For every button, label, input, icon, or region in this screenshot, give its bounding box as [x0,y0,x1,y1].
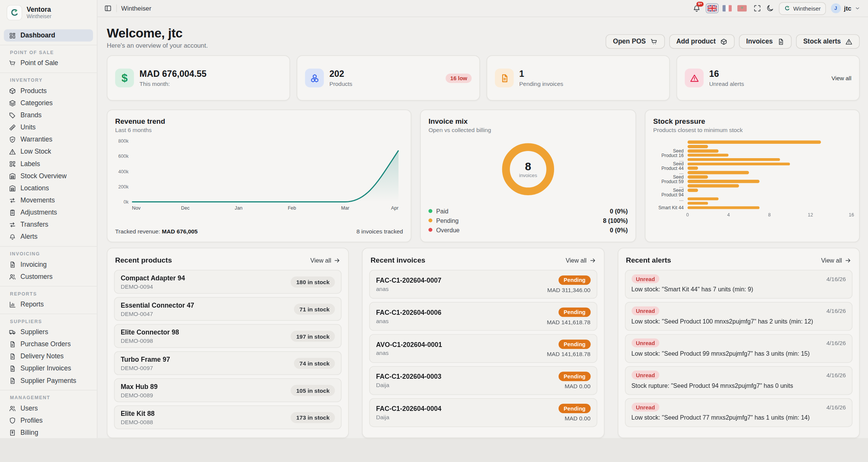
recent-alerts-title: Recent alerts [626,256,671,264]
product-row[interactable]: Essential Connector 47DEMO-004771 in sto… [114,297,342,321]
recent-products-title: Recent products [115,256,172,264]
invoice-mix-legend: Paid0 (0%)Pending8 (100%)Overdue0 (0%) [428,206,628,235]
alert-row[interactable]: Unread4/16/26Low stock: "Smart Kit 44" h… [625,270,852,299]
svg-text:200k: 200k [118,184,129,190]
sidebar-item-alerts[interactable]: Alerts [4,231,93,243]
flag-uk-button[interactable] [706,3,719,13]
unread-badge: Unread [631,403,659,411]
arrow-right-icon [589,257,596,264]
user-menu[interactable]: J jtc [831,3,860,13]
sidebar-item-label: Locations [20,184,49,192]
sidebar-item-customers[interactable]: Customers [4,271,93,283]
sidebar-item-products[interactable]: Products [4,85,93,97]
sidebar-item-labels[interactable]: Labels [4,158,93,170]
alert-row[interactable]: Unread4/16/26Low stock: "Seed Product 99… [625,334,852,363]
flag-fr-button[interactable] [721,3,734,13]
org-switcher-button[interactable]: Wintheiser [779,2,826,15]
invoice-row[interactable]: FAC-C1-202604-0007anasPendingMAD 311,346… [369,270,597,299]
sidebar-item-stock-overview[interactable]: Stock Overview [4,170,93,182]
svg-text:Jan: Jan [235,205,242,211]
sidebar-item-billing[interactable]: Billing [4,426,93,438]
add-product-button[interactable]: Add product [669,34,735,49]
bar-label: Product 94 [653,192,688,197]
stock-bar-row: … [653,184,851,188]
sidebar-item-transfers[interactable]: Transfers [4,218,93,230]
stat-label: Products [329,80,353,87]
sidebar-item-dashboard[interactable]: Dashboard [4,29,93,41]
sidebar-item-warranties[interactable]: Warranties [4,133,93,145]
sidebar-item-purchase-orders[interactable]: Purchase Orders [4,338,93,350]
alert-row[interactable]: Unread4/16/26Low stock: "Seed Product 77… [625,398,852,427]
unread-badge: Unread [631,339,659,347]
alert-date: 4/16/26 [826,404,846,411]
sidebar-item-low-stock[interactable]: Low Stock [4,145,93,157]
x-axis-ticks: 0481216 [687,212,851,219]
stock-bar-row: … [653,197,851,201]
products-view-all-link[interactable]: View all [310,257,340,264]
sidebar-item-units[interactable]: Units [4,121,93,133]
stock-badge: 197 in stock [291,330,335,341]
file-icon [9,353,16,360]
sidebar-item-delivery-notes[interactable]: Delivery Notes [4,350,93,362]
bar-label: Seed [653,162,688,166]
bar [687,180,759,183]
nav-section-point-of-sale: POINT OF SALEPoint of Sale [0,45,97,69]
file-icon [9,377,16,384]
low-stock-badge: 16 low [446,73,471,83]
product-row[interactable]: Turbo Frame 97DEMO-009774 in stock [114,351,342,375]
stock-bar-row [653,140,851,145]
sidebar-item-supplier-payments[interactable]: Supplier Payments [4,375,93,387]
sidebar-item-adjustments[interactable]: Adjustments [4,206,93,218]
sidebar-item-point-of-sale[interactable]: Point of Sale [4,57,93,69]
bar-label: Product 16 [653,153,688,157]
sidebar-item-categories[interactable]: Categories [4,97,93,109]
alert-row[interactable]: Unread4/16/26Low stock: "Seed Product 10… [625,302,852,331]
alert-date: 4/16/26 [826,275,846,282]
invoices-button[interactable]: Invoices [739,34,792,49]
dark-mode-icon[interactable] [766,5,774,12]
donut-caption: invoices [519,172,537,178]
arrow-right-icon [845,257,852,264]
product-row[interactable]: Compact Adapter 94DEMO-0094180 in stock [114,270,342,294]
flag-ma-button[interactable] [736,3,749,13]
product-row[interactable]: Elite Kit 88DEMO-0088173 in stock [114,405,342,429]
sidebar-item-suppliers[interactable]: Suppliers [4,326,93,338]
stock-bar-row: Product 94 [653,192,851,197]
stat-label: Pending invoices [519,80,563,87]
sidebar-item-movements[interactable]: Movements [4,194,93,206]
warning-icon [690,73,699,83]
sidebar-item-reports[interactable]: Reports [4,298,93,310]
invoice-row[interactable]: AVO-C1-202604-0001anasPendingMAD 141,618… [369,334,597,363]
product-row[interactable]: Max Hub 89DEMO-0089105 in stock [114,378,342,402]
sidebar-item-users[interactable]: Users [4,402,93,414]
sidebar-item-invoicing[interactable]: Invoicing [4,258,93,271]
svg-text:Dec: Dec [181,205,189,211]
invoice-row[interactable]: FAC-C1-202604-0003DaijaPendingMAD 0.00 [369,366,597,395]
invoice-row[interactable]: FAC-C1-202604-0006anasPendingMAD 141,618… [369,302,597,331]
sidebar-item-locations[interactable]: Locations [4,182,93,194]
bar-label: … [653,170,688,175]
ventora-logo-icon [7,5,22,20]
brand-block: Ventora Wintheiser [0,0,97,25]
invoice-row[interactable]: FAC-C1-202604-0004DaijaPendingMAD 0.00 [369,398,597,427]
x-tick: 16 [849,212,854,218]
open-pos-button[interactable]: Open POS [606,34,664,49]
stat-view-all-link[interactable]: View all [832,75,852,81]
ventora-logo-small-icon [784,5,791,12]
sidebar-toggle-icon[interactable] [104,5,112,12]
stock-pressure-title: Stock pressure [653,117,851,126]
alert-row[interactable]: Unread4/16/26Stock rupture: "Seed Produc… [625,366,852,395]
stock-pressure-x-axis: 0481216 [653,212,851,219]
product-row[interactable]: Elite Connector 98DEMO-0098197 in stock [114,324,342,348]
sidebar-item-label: Dashboard [20,31,55,39]
bar [687,154,728,157]
sidebar-item-supplier-invoices[interactable]: Supplier Invoices [4,362,93,374]
sidebar-item-brands[interactable]: Brands [4,109,93,121]
invoices-view-all-link[interactable]: View all [566,257,596,264]
sidebar-item-profiles[interactable]: Profiles [4,414,93,426]
stock-alerts-button[interactable]: Stock alerts [796,34,860,49]
quick-actions: Open POSAdd productInvoicesStock alerts [606,34,860,49]
alerts-view-all-link[interactable]: View all [821,257,851,264]
fullscreen-icon[interactable] [753,5,761,12]
notifications-button[interactable]: 9+ [693,4,701,12]
